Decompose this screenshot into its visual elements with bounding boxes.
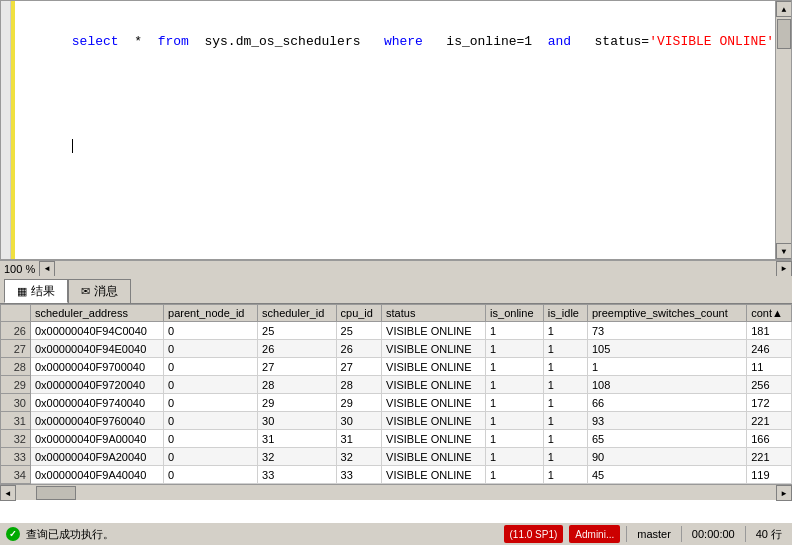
cell-is-online: 1	[486, 412, 544, 430]
cell-parent-node-id: 0	[164, 340, 258, 358]
status-sep1	[626, 526, 627, 542]
cell-scheduler-id: 31	[258, 430, 337, 448]
cell-scheduler-address: 0x00000040F9700040	[31, 358, 164, 376]
cell-status: VISIBLE ONLINE	[382, 430, 486, 448]
cell-parent-node-id: 0	[164, 358, 258, 376]
cell-cont: 172	[747, 394, 792, 412]
cell-cpu-id: 30	[336, 412, 382, 430]
status-bar: ✓ 查询已成功执行。 (11.0 SP1) Admini... master 0…	[0, 521, 792, 545]
hscroll-track[interactable]	[55, 261, 776, 277]
col-header-is-idle: is_idle	[543, 305, 587, 322]
sql-string-value: 'VISIBLE ONLINE'	[649, 34, 774, 49]
grid-hscrollbar[interactable]: ◄ ►	[0, 484, 792, 500]
cell-preemptive: 108	[587, 376, 746, 394]
keyword-and: and	[548, 34, 571, 49]
cell-status: VISIBLE ONLINE	[382, 358, 486, 376]
table-row[interactable]: 270x00000040F94E004002626VISIBLE ONLINE1…	[1, 340, 792, 358]
status-time: 00:00:00	[688, 528, 739, 540]
cell-is-online: 1	[486, 340, 544, 358]
sql-text-3: is_online=1	[423, 34, 548, 49]
status-database: master	[633, 528, 675, 540]
cell-scheduler-address: 0x00000040F9740040	[31, 394, 164, 412]
editor-vscrollbar[interactable]: ▲ ▼	[775, 1, 791, 259]
col-header-rownum	[1, 305, 31, 322]
cell-scheduler-id: 30	[258, 412, 337, 430]
grid-hscroll-thumb[interactable]	[36, 486, 76, 500]
cell-rownum: 34	[1, 466, 31, 484]
grid-hscroll-right-btn[interactable]: ►	[776, 485, 792, 501]
tab-messages[interactable]: ✉ 消息	[68, 279, 131, 303]
cell-cpu-id: 25	[336, 322, 382, 340]
cell-scheduler-id: 29	[258, 394, 337, 412]
left-margin	[1, 1, 11, 259]
grid-hscroll-track[interactable]	[16, 485, 776, 500]
cell-rownum: 31	[1, 412, 31, 430]
cell-cont: 119	[747, 466, 792, 484]
yellow-bar	[11, 1, 15, 259]
table-row[interactable]: 310x00000040F976004003030VISIBLE ONLINE1…	[1, 412, 792, 430]
col-header-parent-node-id: parent_node_id	[164, 305, 258, 322]
cell-is-idle: 1	[543, 394, 587, 412]
scroll-down-btn[interactable]: ▼	[776, 243, 792, 259]
table-row[interactable]: 280x00000040F970004002727VISIBLE ONLINE1…	[1, 358, 792, 376]
cell-status: VISIBLE ONLINE	[382, 322, 486, 340]
cell-scheduler-id: 33	[258, 466, 337, 484]
table-row[interactable]: 320x00000040F9A0004003131VISIBLE ONLINE1…	[1, 430, 792, 448]
cell-is-idle: 1	[543, 430, 587, 448]
hscroll-right-btn[interactable]: ►	[776, 261, 792, 277]
cell-cpu-id: 32	[336, 448, 382, 466]
table-scroll-area[interactable]: scheduler_address parent_node_id schedul…	[0, 304, 792, 484]
cell-parent-node-id: 0	[164, 448, 258, 466]
editor-hscrollbar[interactable]: 100 % ◄ ►	[0, 260, 792, 276]
scroll-thumb[interactable]	[777, 19, 791, 49]
col-header-cpu-id: cpu_id	[336, 305, 382, 322]
sql-editor[interactable]: select * from sys.dm_os_schedulers where…	[0, 0, 792, 260]
table-row[interactable]: 290x00000040F972004002828VISIBLE ONLINE1…	[1, 376, 792, 394]
cell-is-idle: 1	[543, 412, 587, 430]
cell-preemptive: 105	[587, 340, 746, 358]
rows-label: 行	[771, 528, 782, 540]
cell-is-online: 1	[486, 466, 544, 484]
keyword-where: where	[384, 34, 423, 49]
cell-status: VISIBLE ONLINE	[382, 448, 486, 466]
cell-scheduler-id: 32	[258, 448, 337, 466]
table-row[interactable]: 330x00000040F9A2004003232VISIBLE ONLINE1…	[1, 448, 792, 466]
table-row[interactable]: 260x00000040F94C004002525VISIBLE ONLINE1…	[1, 322, 792, 340]
hscroll-left-btn[interactable]: ◄	[39, 261, 55, 277]
cell-scheduler-id: 26	[258, 340, 337, 358]
messages-tab-icon: ✉	[81, 285, 90, 298]
table-row[interactable]: 340x00000040F9A4004003333VISIBLE ONLINE1…	[1, 466, 792, 484]
cell-rownum: 32	[1, 430, 31, 448]
status-rows: 40 行	[752, 527, 786, 542]
cell-is-idle: 1	[543, 322, 587, 340]
cell-status: VISIBLE ONLINE	[382, 340, 486, 358]
cell-cpu-id: 31	[336, 430, 382, 448]
messages-tab-label: 消息	[94, 283, 118, 300]
results-tab-label: 结果	[31, 283, 55, 300]
cell-preemptive: 66	[587, 394, 746, 412]
rows-count: 40	[756, 528, 768, 540]
cell-cont: 221	[747, 412, 792, 430]
cell-cpu-id: 29	[336, 394, 382, 412]
cell-status: VISIBLE ONLINE	[382, 376, 486, 394]
cell-is-idle: 1	[543, 466, 587, 484]
scroll-track[interactable]	[776, 17, 791, 243]
server-user: Admini...	[575, 529, 614, 540]
tab-results[interactable]: ▦ 结果	[4, 279, 68, 303]
results-tab-icon: ▦	[17, 285, 27, 298]
cell-is-idle: 1	[543, 340, 587, 358]
cell-rownum: 28	[1, 358, 31, 376]
cell-cont: 166	[747, 430, 792, 448]
scroll-up-btn[interactable]: ▲	[776, 1, 792, 17]
cell-preemptive: 90	[587, 448, 746, 466]
cell-scheduler-address: 0x00000040F9A20040	[31, 448, 164, 466]
cell-cont: 11	[747, 358, 792, 376]
cell-preemptive: 93	[587, 412, 746, 430]
sql-cursor	[72, 139, 73, 153]
table-row[interactable]: 300x00000040F974004002929VISIBLE ONLINE1…	[1, 394, 792, 412]
cell-cont: 221	[747, 448, 792, 466]
cell-cpu-id: 33	[336, 466, 382, 484]
grid-hscroll-left-btn[interactable]: ◄	[0, 485, 16, 501]
cell-scheduler-id: 28	[258, 376, 337, 394]
sql-editor-content[interactable]: select * from sys.dm_os_schedulers where…	[1, 1, 791, 187]
